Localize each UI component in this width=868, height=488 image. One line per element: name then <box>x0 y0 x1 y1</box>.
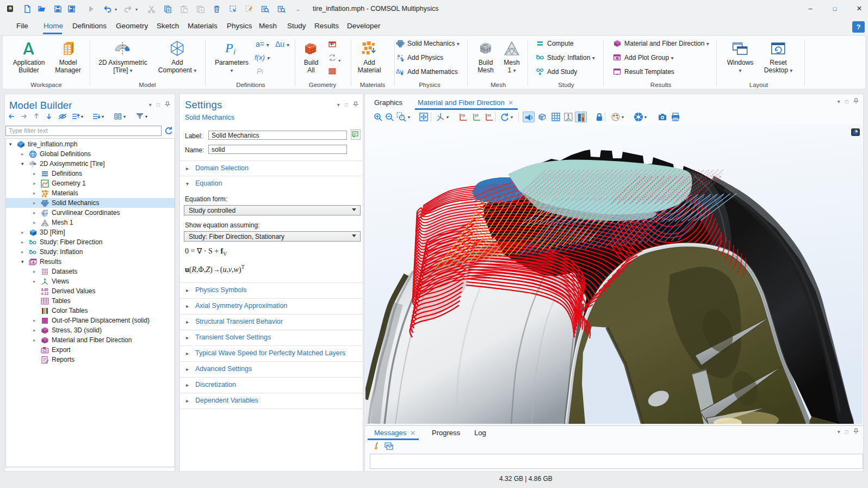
svg-text:P: P <box>225 41 233 55</box>
svg-text:yz: yz <box>475 113 479 118</box>
svg-text:e-12: e-12 <box>41 292 48 295</box>
svg-text:xz: xz <box>487 113 492 117</box>
svg-text:8.85: 8.85 <box>41 288 48 292</box>
svg-text:*: * <box>46 199 48 203</box>
svg-text:xy: xy <box>461 113 466 118</box>
svg-text:i: i <box>233 47 235 56</box>
svg-text:*: * <box>46 209 48 213</box>
